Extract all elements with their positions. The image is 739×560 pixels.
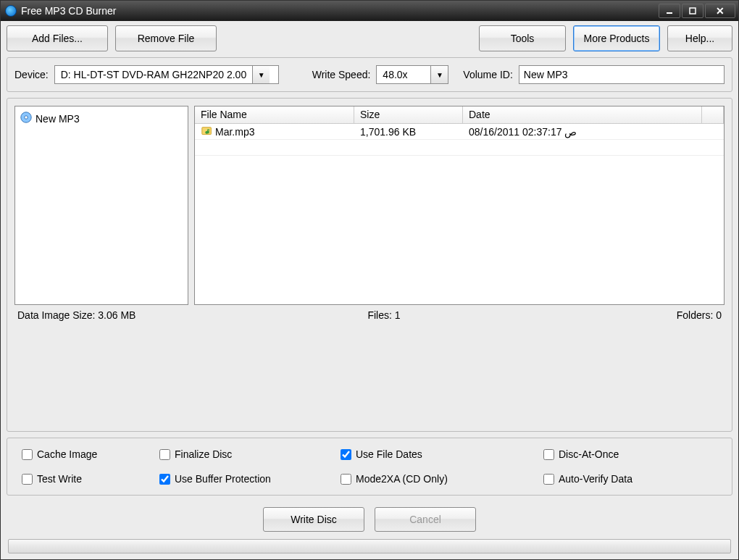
col-size[interactable]: Size — [354, 106, 463, 123]
cancel-button[interactable]: Cancel — [375, 507, 476, 532]
window-title: Free MP3 CD Burner — [21, 5, 116, 17]
svg-rect-0 — [667, 12, 672, 14]
cache-image-checkbox[interactable]: Cache Image — [22, 448, 159, 460]
add-files-button[interactable]: Add Files... — [7, 25, 108, 51]
status-data-size: Data Image Size: 3.06 MB — [17, 309, 191, 321]
app-icon — [5, 5, 17, 17]
use-file-dates-label: Use File Dates — [356, 448, 422, 460]
music-file-icon — [201, 125, 214, 138]
options-group: Cache Image Finalize Disc Use File Dates… — [7, 438, 732, 496]
file-date: 08/16/2011 02:37:17 ص — [463, 126, 724, 138]
tree-root-label: New MP3 — [36, 113, 80, 125]
write-speed-combo[interactable]: 48.0x ▼ — [376, 65, 448, 84]
mode2xa-input[interactable] — [341, 474, 351, 485]
write-speed-value: 48.0x — [377, 69, 430, 80]
auto-verify-checkbox[interactable]: Auto-Verify Data — [543, 473, 717, 485]
status-files: Files: 1 — [191, 309, 577, 321]
close-button[interactable]: ✕ — [705, 4, 735, 18]
toolbar: Add Files... Remove File Tools More Prod… — [7, 25, 732, 51]
finalize-disc-label: Finalize Disc — [175, 448, 232, 460]
test-write-label: Test Write — [37, 473, 82, 485]
chevron-down-icon[interactable]: ▼ — [252, 66, 270, 83]
finalize-disc-checkbox[interactable]: Finalize Disc — [159, 448, 341, 460]
disc-at-once-checkbox[interactable]: Disc-At-Once — [543, 448, 717, 460]
minimize-button[interactable] — [659, 4, 680, 18]
help-button[interactable]: Help... — [667, 25, 732, 51]
use-file-dates-checkbox[interactable]: Use File Dates — [341, 448, 543, 460]
write-disc-button[interactable]: Write Disc — [263, 507, 364, 532]
maximize-icon — [688, 7, 697, 15]
test-write-checkbox[interactable]: Test Write — [22, 473, 159, 485]
volume-id-input[interactable] — [519, 65, 725, 84]
file-list-group: New MP3 File Name Size Date — [7, 98, 732, 432]
device-value: D: HL-DT-ST DVD-RAM GH22NP20 2.00 — [55, 69, 252, 80]
file-size: 1,701.96 KB — [354, 126, 463, 138]
more-products-button[interactable]: More Products — [573, 25, 660, 51]
svg-rect-1 — [690, 8, 696, 14]
column-headers: File Name Size Date — [195, 106, 724, 124]
col-filename[interactable]: File Name — [195, 106, 354, 123]
mode2xa-label: Mode2XA (CD Only) — [356, 473, 448, 485]
col-date[interactable]: Date — [463, 106, 702, 123]
file-list-body[interactable]: Mar.mp3 1,701.96 KB 08/16/2011 02:37:17 … — [195, 124, 724, 304]
cache-image-label: Cache Image — [37, 448, 97, 460]
app-window: Free MP3 CD Burner ✕ Add Files... Remove… — [0, 0, 739, 560]
status-bar: Data Image Size: 3.06 MB Files: 1 Folder… — [14, 305, 725, 321]
device-combo[interactable]: D: HL-DT-ST DVD-RAM GH22NP20 2.00 ▼ — [54, 65, 279, 84]
write-speed-label: Write Speed: — [312, 69, 371, 80]
chevron-down-icon[interactable]: ▼ — [430, 66, 448, 83]
minimize-icon — [665, 7, 674, 15]
remove-file-button[interactable]: Remove File — [115, 25, 217, 51]
progress-bar — [8, 539, 731, 553]
use-buffer-protection-label: Use Buffer Protection — [175, 473, 271, 485]
action-row: Write Disc Cancel — [7, 507, 732, 532]
device-group: Device: D: HL-DT-ST DVD-RAM GH22NP20 2.0… — [7, 57, 732, 92]
close-icon: ✕ — [716, 5, 725, 17]
maximize-button[interactable] — [682, 4, 703, 18]
titlebar: Free MP3 CD Burner ✕ — [1, 1, 738, 21]
content-area: Add Files... Remove File Tools More Prod… — [1, 21, 738, 559]
cache-image-input[interactable] — [22, 449, 33, 460]
mode2xa-checkbox[interactable]: Mode2XA (CD Only) — [341, 473, 543, 485]
table-row[interactable]: Mar.mp3 1,701.96 KB 08/16/2011 02:37:17 … — [195, 124, 724, 140]
tools-button[interactable]: Tools — [479, 25, 566, 51]
device-label: Device: — [14, 69, 49, 80]
svg-point-3 — [25, 116, 28, 120]
finalize-disc-input[interactable] — [159, 449, 170, 460]
disc-icon — [20, 111, 33, 126]
use-buffer-protection-input[interactable] — [159, 474, 170, 485]
disc-at-once-input[interactable] — [543, 449, 554, 460]
use-buffer-protection-checkbox[interactable]: Use Buffer Protection — [159, 473, 341, 485]
status-folders: Folders: 0 — [577, 309, 722, 321]
file-list: File Name Size Date Mar.mp3 — [194, 106, 725, 305]
tree-root-item[interactable]: New MP3 — [18, 109, 185, 128]
folder-tree[interactable]: New MP3 — [14, 106, 188, 305]
volume-id-label: Volume ID: — [463, 69, 512, 80]
disc-at-once-label: Disc-At-Once — [559, 448, 619, 460]
test-write-input[interactable] — [22, 474, 33, 485]
auto-verify-input[interactable] — [543, 474, 554, 485]
file-name: Mar.mp3 — [215, 126, 254, 138]
use-file-dates-input[interactable] — [341, 449, 351, 460]
auto-verify-label: Auto-Verify Data — [559, 473, 632, 485]
empty-row — [195, 140, 724, 156]
col-spacer — [702, 106, 724, 123]
